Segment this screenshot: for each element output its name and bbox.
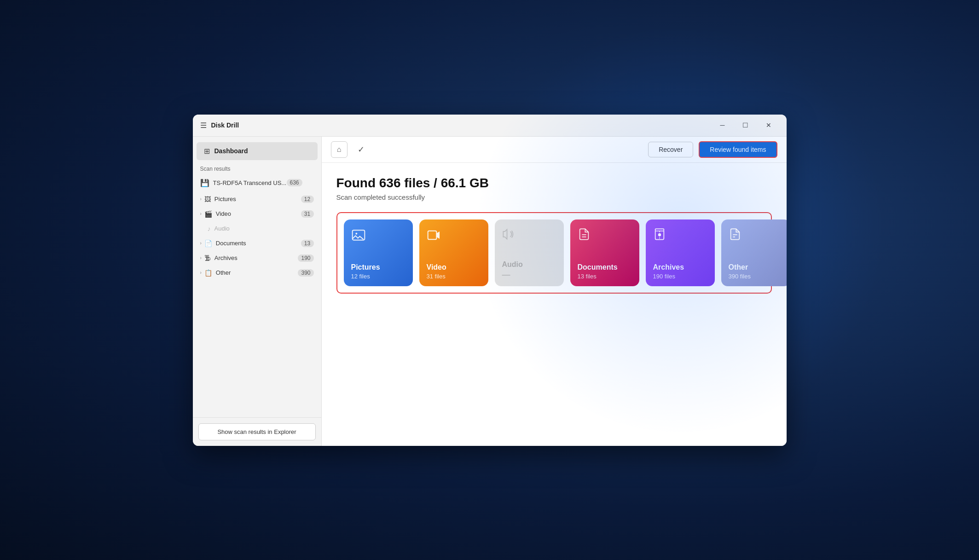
video-count: 31 <box>301 210 314 218</box>
other-card-count: 390 files <box>729 273 783 280</box>
audio-label: Audio <box>214 225 314 232</box>
drive-name: TS-RDF5A Transcend US... <box>213 179 287 186</box>
audio-icon: ♪ <box>208 225 211 232</box>
pictures-card-count: 12 files <box>351 273 406 280</box>
category-card-pictures[interactable]: Pictures 12 files <box>344 219 413 286</box>
other-card-icon <box>729 228 783 244</box>
pictures-label: Pictures <box>214 196 301 202</box>
minimize-button[interactable]: ─ <box>712 118 733 133</box>
documents-card-name: Documents <box>578 263 632 271</box>
chevron-icon: › <box>200 241 202 246</box>
sidebar-drive-item[interactable]: 💾 TS-RDF5A Transcend US... 636 <box>193 174 321 192</box>
documents-card-count: 13 files <box>578 273 632 280</box>
svg-rect-2 <box>428 231 436 239</box>
sidebar-nav: ⊞ Dashboard Scan results 💾 TS-RDF5A Tran… <box>193 137 321 417</box>
chevron-icon: › <box>200 196 202 202</box>
documents-card-icon <box>578 228 632 244</box>
video-card-count: 31 files <box>427 273 481 280</box>
sidebar-item-pictures[interactable]: › 🖼 Pictures 12 <box>193 192 321 207</box>
archives-card-icon <box>653 228 707 244</box>
documents-count: 13 <box>301 240 314 247</box>
documents-label: Documents <box>216 240 301 247</box>
sidebar-item-audio[interactable]: ♪ Audio <box>193 221 321 236</box>
review-found-items-button[interactable]: Review found items <box>699 141 777 158</box>
category-card-archives[interactable]: Archives 190 files <box>646 219 715 286</box>
drive-count: 636 <box>287 179 302 186</box>
audio-card-dash: — <box>502 270 556 280</box>
found-title: Found 636 files / 66.1 GB <box>336 176 772 191</box>
pictures-card-icon <box>351 228 406 246</box>
main-content: Found 636 files / 66.1 GB Scan completed… <box>322 163 787 446</box>
drive-icon: 💾 <box>200 179 209 187</box>
chevron-icon: › <box>200 270 202 275</box>
show-in-explorer-button[interactable]: Show scan results in Explorer <box>198 423 316 440</box>
chevron-icon: › <box>200 211 202 216</box>
app-title: Disk Drill <box>211 121 239 129</box>
other-icon: 📋 <box>204 269 212 277</box>
documents-icon: 📄 <box>204 240 212 247</box>
window-controls: ─ ☐ ✕ <box>712 118 779 133</box>
video-label: Video <box>216 210 301 217</box>
sidebar-item-video[interactable]: › 🎬 Video 31 <box>193 207 321 221</box>
category-card-audio[interactable]: Audio — <box>495 219 564 286</box>
toolbar: ⌂ ✓ Recover Review found items <box>322 137 787 163</box>
dashboard-icon: ⊞ <box>204 147 210 156</box>
video-card-name: Video <box>427 263 481 271</box>
scan-status: Scan completed successfully <box>336 193 772 201</box>
chevron-icon: › <box>200 255 202 260</box>
main-layout: ⊞ Dashboard Scan results 💾 TS-RDF5A Tran… <box>193 137 787 446</box>
sidebar-item-other[interactable]: › 📋 Other 390 <box>193 266 321 280</box>
category-card-video[interactable]: Video 31 files <box>419 219 488 286</box>
sidebar-item-archives[interactable]: › 🗜 Archives 190 <box>193 251 321 266</box>
archives-icon: 🗜 <box>204 254 211 262</box>
check-icon: ✓ <box>353 141 370 158</box>
scan-results-section-label: Scan results <box>193 162 321 174</box>
category-card-other[interactable]: Other 390 files <box>721 219 787 286</box>
video-card-icon <box>427 228 481 246</box>
sidebar-footer: Show scan results in Explorer <box>193 417 321 446</box>
archives-card-name: Archives <box>653 263 707 271</box>
menu-icon[interactable]: ☰ <box>200 121 207 130</box>
other-label: Other <box>216 269 298 276</box>
pictures-card-name: Pictures <box>351 263 406 271</box>
other-card-name: Other <box>729 263 783 271</box>
sidebar-item-dashboard[interactable]: ⊞ Dashboard <box>197 142 318 160</box>
dashboard-label: Dashboard <box>214 147 248 155</box>
content-area: ⌂ ✓ Recover Review found items Found 636… <box>322 137 787 446</box>
home-icon: ⌂ <box>337 145 342 154</box>
pictures-count: 12 <box>301 196 314 203</box>
app-window: ☰ Disk Drill ─ ☐ ✕ ⊞ Dashboard Scan resu… <box>193 115 787 446</box>
svg-point-7 <box>658 233 660 236</box>
svg-point-1 <box>355 232 357 234</box>
maximize-button[interactable]: ☐ <box>735 118 756 133</box>
sidebar-item-documents[interactable]: › 📄 Documents 13 <box>193 236 321 251</box>
categories-grid: Pictures 12 files Video 31 files <box>336 212 772 294</box>
video-icon: 🎬 <box>204 210 212 218</box>
titlebar: ☰ Disk Drill ─ ☐ ✕ <box>193 115 787 137</box>
pictures-icon: 🖼 <box>204 196 211 203</box>
recover-button[interactable]: Recover <box>648 142 693 157</box>
archives-count: 190 <box>298 254 313 262</box>
home-button[interactable]: ⌂ <box>331 141 348 158</box>
category-card-documents[interactable]: Documents 13 files <box>570 219 639 286</box>
other-count: 390 <box>298 269 313 277</box>
close-button[interactable]: ✕ <box>758 118 779 133</box>
archives-card-count: 190 files <box>653 273 707 280</box>
svg-rect-5 <box>655 229 664 231</box>
archives-label: Archives <box>214 254 298 261</box>
audio-card-name: Audio <box>502 260 556 269</box>
audio-card-icon <box>502 228 556 244</box>
sidebar: ⊞ Dashboard Scan results 💾 TS-RDF5A Tran… <box>193 137 322 446</box>
